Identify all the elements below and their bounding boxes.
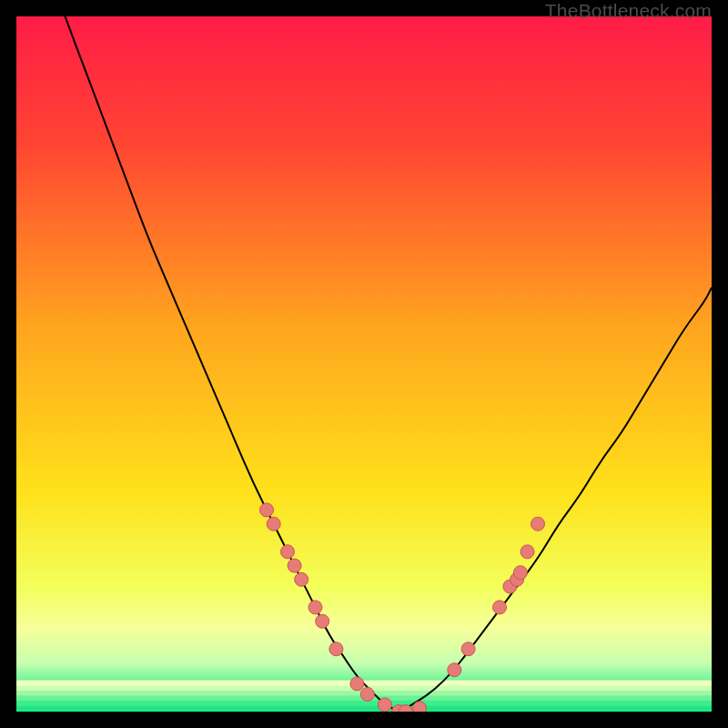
data-marker xyxy=(350,677,364,691)
data-marker xyxy=(531,517,545,531)
data-marker xyxy=(513,566,527,580)
data-marker xyxy=(521,545,534,559)
data-marker xyxy=(295,572,308,586)
gradient-background xyxy=(16,16,712,712)
watermark-text: TheBottleneck.com xyxy=(545,0,712,22)
data-marker xyxy=(308,601,322,614)
bottleneck-chart xyxy=(16,16,712,712)
data-marker xyxy=(260,503,274,517)
data-marker xyxy=(448,663,461,677)
svg-rect-5 xyxy=(16,706,712,712)
data-marker xyxy=(461,642,475,656)
svg-rect-4 xyxy=(16,701,712,707)
data-marker xyxy=(360,687,374,701)
data-marker xyxy=(493,601,507,614)
chart-frame xyxy=(16,16,712,712)
data-marker xyxy=(267,517,280,531)
data-marker xyxy=(288,559,301,572)
data-marker xyxy=(316,614,329,628)
data-marker xyxy=(329,642,343,656)
data-marker xyxy=(378,698,391,712)
data-marker xyxy=(413,702,427,712)
data-marker xyxy=(281,545,295,559)
